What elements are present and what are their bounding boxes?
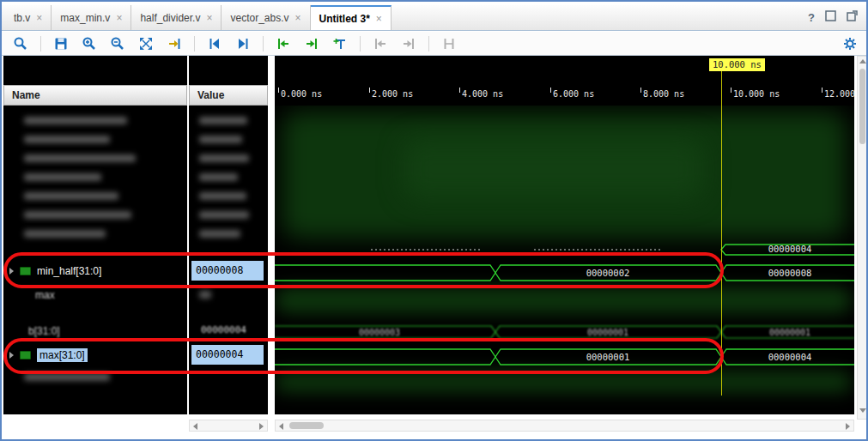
blurred-signal-name [24,154,136,162]
tab-label: max_min.v [60,12,110,24]
time-cursor-line[interactable] [721,85,722,106]
ruler-tick [550,88,551,93]
blurred-value-text: 00000004 [201,324,246,335]
next-transition-icon[interactable] [303,35,320,52]
blurred-signal-value [199,154,249,162]
tab-untitled-3[interactable]: Untitled 3* × [311,5,392,30]
signal-name-label-selected: max[31:0] [37,348,88,362]
ruler-tick-label: 0.000 ns [281,89,322,99]
blurred-signal-name-label: b[31:0] [28,325,60,337]
expand-chevron-icon[interactable] [9,352,14,359]
vivado-simulator-window: tb.v × max_min.v × half_divider.v × vect… [0,0,868,441]
wave-trace-max: 00000001 00000004 [275,343,854,371]
tab-vector-abs-v[interactable]: vector_abs.v × [222,5,310,30]
swap-cursors-icon[interactable] [440,35,458,52]
toolbar-separator [40,36,41,51]
document-tabbar: tb.v × max_min.v × half_divider.v × vect… [2,5,866,31]
expand-chevron-icon[interactable] [9,268,14,275]
settings-gear-icon[interactable] [841,35,859,52]
go-to-last-time-icon[interactable] [234,35,252,52]
ruler-tick [278,88,279,93]
time-cursor-line[interactable] [721,106,722,396]
scrollbar-thumb[interactable] [289,422,324,429]
close-icon[interactable]: × [116,12,122,24]
blurred-signal-name [24,173,101,181]
previous-marker-icon[interactable] [372,35,389,52]
blurred-signal-value [199,173,238,181]
scroll-left-arrow-icon[interactable] [279,423,283,430]
cursor-time-badge: 10.000 ns [709,58,765,71]
bus-value-text: 00000008 [768,268,812,278]
bus-value-text: 00000001 [586,352,630,362]
waveform-canvas[interactable]: 00000004 00000002 00000008 00000003 0000… [275,106,854,414]
save-waveform-icon[interactable] [52,35,70,52]
zoom-out-icon[interactable] [109,35,126,52]
scroll-right-arrow-icon[interactable] [259,423,264,430]
bus-value-text: 00000002 [586,268,630,278]
blurred-waveform-region [275,287,852,313]
waveform-horizontal-scrollbar[interactable] [275,420,854,432]
signal-names-panel[interactable]: min_half[31:0] max b[31:0] max[31:0] [3,106,187,414]
value-cell-max[interactable]: 00000004 [191,345,264,365]
value-cell-min-half[interactable]: 00000008 [191,261,264,281]
close-icon[interactable]: × [36,12,42,24]
bus-signal-icon [20,351,31,359]
scroll-down-arrow-icon[interactable] [859,408,866,413]
window-controls: ? [808,10,858,24]
wave-trace-b: 00000003 00000001 00000001 [275,323,854,341]
go-to-time-zero-icon[interactable] [206,35,223,52]
maximize-icon[interactable] [847,10,858,24]
waveform-toolbar [2,32,866,56]
blurred-signal-value [199,230,240,238]
close-icon[interactable]: × [295,12,301,24]
names-panel-top [3,56,187,85]
values-panel-top [189,56,268,85]
float-window-icon[interactable] [825,10,836,24]
zoom-to-cursor-icon[interactable] [166,35,183,52]
bus-signal-icon [20,267,31,275]
close-icon[interactable]: × [376,13,382,25]
signal-row-min-half[interactable]: min_half[31:0] [3,260,187,282]
previous-transition-icon[interactable] [275,35,292,52]
bus-value-text: 00000003 [359,328,400,337]
scroll-left-arrow-icon[interactable] [193,423,197,430]
toolbar-separator [360,36,361,51]
toolbar-separator [428,36,429,51]
wave-trace-partial-top: 00000004 [275,242,854,257]
next-marker-icon[interactable] [400,35,417,52]
values-horizontal-scrollbar[interactable] [189,420,268,432]
time-ruler[interactable]: 0.000 ns 2.000 ns 4.000 ns 6.000 ns 8.00… [275,85,854,106]
signal-values-panel[interactable]: 00000008 00000004 00000004 [189,106,268,414]
add-marker-icon[interactable] [331,35,349,52]
help-icon[interactable]: ? [808,11,815,24]
scrollbar-thumb[interactable] [859,69,865,144]
zoom-in-icon[interactable] [81,35,98,52]
wave-trace-min-half: 00000002 00000008 [275,259,854,287]
waveform-cursor-bar[interactable]: 10.000 ns [275,56,854,85]
tab-label: vector_abs.v [230,12,288,24]
name-column-header[interactable]: Name [3,85,187,106]
ruler-tick-label: 10.000 ns [733,89,780,99]
tab-max-min-v[interactable]: max_min.v × [52,5,131,30]
blurred-signal-name [24,211,131,219]
value-column-header[interactable]: Value [189,85,268,106]
ruler-tick-label: 6.000 ns [553,89,594,99]
blurred-waveform-region [275,372,852,392]
blurred-signal-name-label: max [35,289,55,301]
ruler-tick-label: 8.000 ns [643,89,684,99]
scroll-up-arrow-icon[interactable] [859,59,866,63]
waveform-vertical-scrollbar[interactable] [857,56,868,420]
zoom-fit-icon[interactable] [137,35,155,52]
blurred-signal-value [199,117,247,124]
find-icon[interactable] [12,35,29,52]
scroll-right-arrow-icon[interactable] [846,423,850,430]
tab-half-divider-v[interactable]: half_divider.v × [131,5,222,30]
time-cursor-line[interactable] [721,71,722,85]
tab-label: tb.v [14,12,30,24]
bus-value-text: 00000001 [769,328,810,337]
blurred-signal-name [24,192,118,200]
close-icon[interactable]: × [206,12,212,24]
tab-tb-v[interactable]: tb.v × [5,5,52,30]
signal-row-max[interactable]: max[31:0] [3,344,187,366]
bus-value-text: 00000001 [587,328,628,337]
